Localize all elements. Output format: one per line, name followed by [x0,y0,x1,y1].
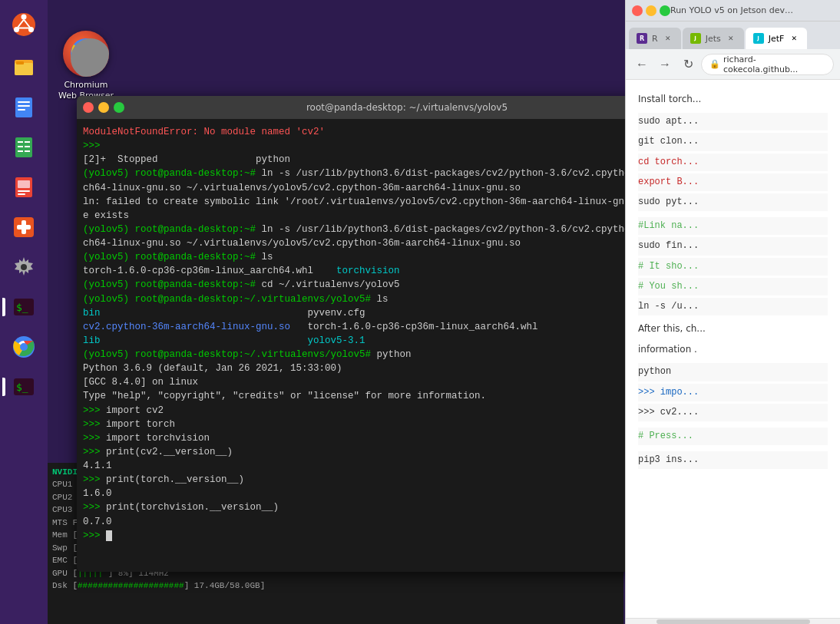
browser-navbar: ← → ↻ 🔒 richard-cokecola.github... [626,49,840,80]
svg-point-35 [77,45,95,63]
svg-rect-24 [21,220,26,234]
browser-url-bar[interactable]: 🔒 richard-cokecola.github... [701,54,834,75]
term-line: >>> print(cv2.__version__) [83,445,685,459]
content-it-sho: # It sho... [638,258,828,276]
content-python: python [638,363,828,381]
terminal-body[interactable]: ModuleNotFoundError: No module named 'cv… [77,119,691,572]
content-install-torch: Install torch... [638,92,828,107]
content-cv2ver: >>> cv2.... [638,404,828,421]
content-sudo-apt: sudo apt... [638,113,828,130]
term-line: torch-1.6.0-cp36-cp36m-linux_aarch64.whl… [83,264,685,278]
svg-text:$_: $_ [16,381,28,393]
terminal-window: ✕ − + root@panda-desktop: ~/.virtualenvs… [77,96,691,572]
calc-taskbar-button[interactable] [5,129,42,166]
content-press: # Press... [638,428,828,445]
browser-close-button[interactable] [632,5,643,16]
browser-maximize-button[interactable] [660,5,670,16]
content-export-b: export B... [638,173,828,191]
term-line: (yolov5) root@panda-desktop:~/.virtualen… [83,348,685,362]
software-taskbar-button[interactable] [5,209,42,246]
ubuntu-logo-button[interactable] [5,6,42,43]
term-line: Python 3.6.9 (default, Jan 26 2021, 15:3… [83,362,685,375]
term-line: >>> [83,139,685,153]
term-line: ModuleNotFoundError: No module named 'cv… [83,125,685,139]
browser-url-text: richard-cokecola.github... [723,54,825,74]
term-line: cv2.cpython-36m-aarch64-linux-gnu.so tor… [83,320,685,334]
svg-rect-14 [18,146,23,147]
svg-rect-12 [18,141,23,143]
svg-text:$_: $_ [16,302,28,313]
term-line: Type "help", "copyright", "credits" or "… [83,389,685,403]
svg-rect-5 [15,63,33,75]
term-line: ln: failed to create symbolic link '/roo… [83,195,685,223]
svg-rect-7 [15,97,32,117]
term-line: bin pyvenv.cfg [83,306,685,320]
browser-tabs: R R ✕ J Jets ✕ J JetF ✕ [626,21,840,49]
content-sudo-pyt: sudo pyt... [638,193,828,211]
term-line: [GCC 8.4.0] on linux [83,375,685,389]
tab-jets-close[interactable]: ✕ [726,33,736,44]
svg-rect-13 [25,141,30,143]
browser-tab-jets[interactable]: J Jets ✕ [683,28,744,49]
svg-rect-15 [25,146,30,147]
content-impo: >>> impo... [638,384,828,401]
browser-tab-jetf[interactable]: J JetF ✕ [746,28,807,49]
term-line: (yolov5) root@panda-desktop:~# ls [83,250,685,264]
sysmon-dsk-row: Dsk [#####################] 17.4GB/58.0G… [52,579,619,593]
terminal-title: root@panda-desktop: ~/.virtualenvs/yolov… [129,102,685,113]
terminal-titlebar: ✕ − + root@panda-desktop: ~/.virtualenvs… [77,96,691,119]
content-after-this: After this, ch... [638,322,828,336]
browser-window: Run YOLO v5 on Jetson deve... R R ✕ J Je… [625,0,840,624]
browser-window-title: Run YOLO v5 on Jetson deve... [670,5,796,15]
term-line: lib yolov5-3.1 [83,334,685,348]
browser-content[interactable]: Install torch... sudo apt... git clon...… [626,80,840,618]
svg-rect-19 [18,180,30,188]
browser-forward-button[interactable]: → [655,54,675,74]
terminal-maximize-button[interactable]: + [114,102,124,113]
tab-r-close[interactable]: ✕ [663,33,673,44]
content-pip3: pip3 ins... [638,451,828,469]
terminal-taskbar-button[interactable]: $_ [5,289,42,325]
term-line: >>> [83,529,685,543]
chromium-taskbar-button[interactable] [5,329,42,365]
term-line: 1.6.0 [83,487,685,500]
taskbar: $_ $_ [0,0,48,624]
svg-rect-21 [18,193,25,195]
term-line: >>> import torch [83,418,685,431]
term-line: >>> print(torchvision.__version__) [83,500,685,514]
chromium-desktop-icon[interactable]: Chromium Web Browser [55,31,117,102]
writer-taskbar-button[interactable] [5,89,42,126]
content-link-na: #Link na... [638,217,828,235]
svg-point-31 [20,343,28,351]
tab-r-favicon-letter: R [640,35,644,42]
term-line: (yolov5) root@panda-desktop:~# ln -s /us… [83,167,685,194]
svg-rect-9 [18,105,30,107]
svg-point-26 [21,264,27,270]
browser-minimize-button[interactable] [646,5,656,16]
term-line: >>> import cv2 [83,404,685,418]
tab-jetf-close[interactable]: ✕ [789,33,799,44]
impress-taskbar-button[interactable] [5,169,42,206]
files-taskbar-button[interactable] [5,49,42,86]
content-information: information . [638,342,828,357]
term-line: 4.1.1 [83,459,685,473]
tab-jetf-label: JetF [769,34,785,44]
svg-rect-17 [25,150,30,152]
browser-scrollbar-thumb[interactable] [656,619,810,624]
tab-r-label: R [652,34,658,44]
content-you-sh: # You sh... [638,278,828,295]
browser-reload-button[interactable]: ↻ [678,54,698,74]
settings-taskbar-button[interactable] [5,249,42,286]
content-cd-torch: cd torch... [638,154,828,171]
svg-rect-6 [16,61,24,64]
browser-tab-r[interactable]: R R ✕ [629,28,681,49]
svg-rect-10 [18,109,25,111]
browser-back-button[interactable]: ← [632,54,652,74]
svg-point-34 [71,38,101,69]
svg-rect-8 [18,101,30,103]
browser-horizontal-scrollbar[interactable] [626,618,840,624]
terminal-minimize-button[interactable]: − [98,102,109,113]
terminal2-taskbar-button[interactable]: $_ [5,368,42,405]
terminal-close-button[interactable]: ✕ [83,102,94,113]
term-line: [2]+ Stopped python [83,153,685,167]
